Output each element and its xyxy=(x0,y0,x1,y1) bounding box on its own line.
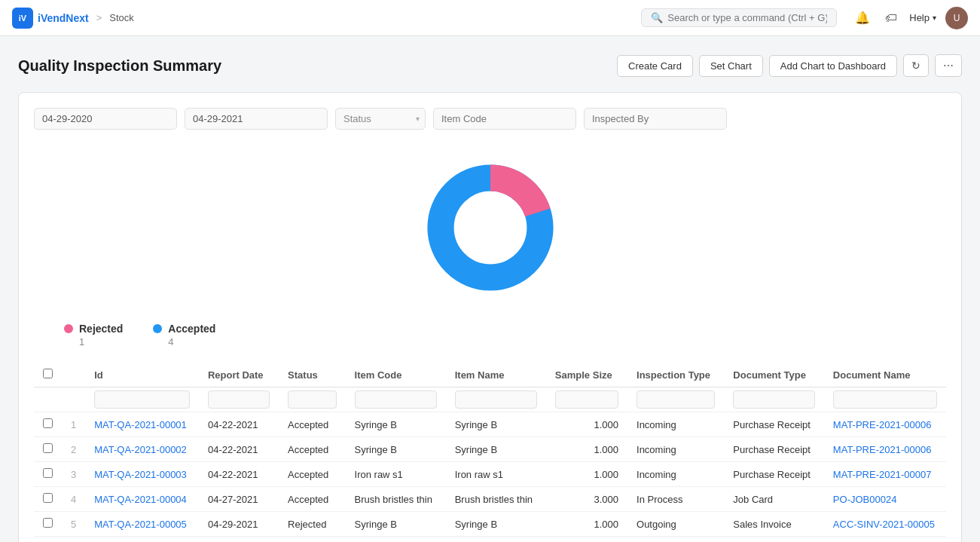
row-checkbox[interactable] xyxy=(43,443,53,453)
filter-item-code[interactable] xyxy=(355,390,437,409)
row-status: Accepted xyxy=(279,462,345,487)
row-checkbox[interactable] xyxy=(43,493,53,503)
row-checkbox[interactable] xyxy=(43,468,53,478)
row-report-date: 04-22-2021 xyxy=(199,437,279,462)
table-body: 1 MAT-QA-2021-00001 04-22-2021 Accepted … xyxy=(34,412,946,537)
row-item-name: Syringe B xyxy=(446,437,546,462)
date-from-input[interactable] xyxy=(34,108,177,130)
row-checkbox[interactable] xyxy=(43,418,53,428)
select-all-checkbox[interactable] xyxy=(43,369,53,378)
row-id[interactable]: MAT-QA-2021-00001 xyxy=(85,412,199,437)
notifications-button[interactable]: 🔔 xyxy=(852,8,873,28)
filters-row: Status Accepted Rejected ▾ xyxy=(34,108,946,130)
row-num: 5 xyxy=(62,512,85,537)
add-chart-button[interactable]: Add Chart to Dashboard xyxy=(769,55,897,77)
row-checkbox-cell xyxy=(34,437,62,462)
th-item-code[interactable]: Item Code xyxy=(346,363,446,387)
filter-item-name[interactable] xyxy=(455,390,537,409)
page-actions: Create Card Set Chart Add Chart to Dashb… xyxy=(617,54,962,77)
tags-button[interactable]: 🏷 xyxy=(882,8,900,28)
more-options-button[interactable]: ⋯ xyxy=(935,54,962,77)
row-document-name[interactable]: PO-JOB00024 xyxy=(824,487,946,512)
page: Quality Inspection Summary Create Card S… xyxy=(0,36,980,542)
filter-status[interactable] xyxy=(288,390,336,409)
refresh-button[interactable]: ↻ xyxy=(903,54,929,77)
item-code-input[interactable] xyxy=(433,108,576,130)
row-inspection-type: Incoming xyxy=(627,437,724,462)
search-icon: 🔍 xyxy=(651,12,663,23)
table-header-row: Id Report Date Status Item Code Item Nam… xyxy=(34,363,946,387)
row-report-date: 04-27-2021 xyxy=(199,487,279,512)
filter-document-type[interactable] xyxy=(733,390,815,409)
row-item-name: Brush bristles thin xyxy=(446,487,546,512)
th-document-name[interactable]: Document Name xyxy=(824,363,946,387)
row-checkbox[interactable] xyxy=(43,518,53,528)
table-row: 5 MAT-QA-2021-00005 04-29-2021 Rejected … xyxy=(34,512,946,537)
row-checkbox-cell xyxy=(34,487,62,512)
row-item-code: Brush bristles thin xyxy=(346,487,446,512)
row-document-name[interactable]: MAT-PRE-2021-00006 xyxy=(824,412,946,437)
set-chart-button[interactable]: Set Chart xyxy=(699,55,763,77)
filter-inspection-type[interactable] xyxy=(637,390,715,409)
date-to-input[interactable] xyxy=(185,108,328,130)
help-label: Help xyxy=(909,12,930,23)
row-num: 4 xyxy=(62,487,85,512)
help-button[interactable]: Help ▾ xyxy=(909,12,936,23)
filter-id[interactable] xyxy=(94,390,190,409)
row-document-name[interactable]: ACC-SINV-2021-00005 xyxy=(824,512,946,537)
status-filter[interactable]: Status Accepted Rejected xyxy=(335,108,426,130)
search-bar[interactable]: 🔍 xyxy=(641,8,837,27)
th-row-num xyxy=(62,363,85,387)
row-document-type: Purchase Receipt xyxy=(724,412,824,437)
row-sample-size: 3.000 xyxy=(546,487,627,512)
row-item-name: Syringe B xyxy=(446,512,546,537)
topnav: iV iVendNext > Stock 🔍 🔔 🏷 Help ▾ U xyxy=(0,0,980,36)
accepted-dot xyxy=(153,324,162,333)
row-sample-size: 1.000 xyxy=(546,462,627,487)
brand-logo[interactable]: iV iVendNext xyxy=(12,8,89,29)
row-id[interactable]: MAT-QA-2021-00004 xyxy=(85,487,199,512)
th-sample-size[interactable]: Sample Size xyxy=(546,363,627,387)
chevron-down-icon: ▾ xyxy=(933,14,936,22)
th-document-type[interactable]: Document Type xyxy=(724,363,824,387)
search-input[interactable] xyxy=(667,12,827,23)
table-row: 1 MAT-QA-2021-00001 04-22-2021 Accepted … xyxy=(34,412,946,437)
th-status[interactable]: Status xyxy=(279,363,345,387)
row-document-type: Job Card xyxy=(724,487,824,512)
chart-legend: Rejected 1 Accepted 4 xyxy=(34,323,215,348)
main-card: Status Accepted Rejected ▾ xyxy=(18,92,962,542)
filter-report-date[interactable] xyxy=(208,390,270,409)
logo-icon: iV xyxy=(12,8,33,29)
data-table: Id Report Date Status Item Code Item Nam… xyxy=(34,363,946,537)
row-num: 3 xyxy=(62,462,85,487)
filter-sample-size[interactable] xyxy=(555,390,618,409)
filter-document-name[interactable] xyxy=(833,390,937,409)
row-inspection-type: Outgoing xyxy=(627,512,724,537)
row-id[interactable]: MAT-QA-2021-00002 xyxy=(85,437,199,462)
row-report-date: 04-22-2021 xyxy=(199,412,279,437)
row-document-type: Purchase Receipt xyxy=(724,462,824,487)
th-checkbox xyxy=(34,363,62,387)
th-item-name[interactable]: Item Name xyxy=(446,363,546,387)
row-id[interactable]: MAT-QA-2021-00003 xyxy=(85,462,199,487)
row-sample-size: 1.000 xyxy=(546,512,627,537)
th-id[interactable]: Id xyxy=(85,363,199,387)
row-document-name[interactable]: MAT-PRE-2021-00006 xyxy=(824,437,946,462)
inspected-by-input[interactable] xyxy=(584,108,727,130)
row-document-name[interactable]: MAT-PRE-2021-00007 xyxy=(824,462,946,487)
row-id[interactable]: MAT-QA-2021-00005 xyxy=(85,512,199,537)
table-row: 4 MAT-QA-2021-00004 04-27-2021 Accepted … xyxy=(34,487,946,512)
row-sample-size: 1.000 xyxy=(546,437,627,462)
row-item-code: Syringe B xyxy=(346,412,446,437)
row-report-date: 04-22-2021 xyxy=(199,462,279,487)
row-document-type: Purchase Receipt xyxy=(724,437,824,462)
breadcrumb-page: Stock xyxy=(109,12,134,23)
th-report-date[interactable]: Report Date xyxy=(199,363,279,387)
create-card-button[interactable]: Create Card xyxy=(617,55,693,77)
row-inspection-type: Incoming xyxy=(627,462,724,487)
accepted-label: Accepted xyxy=(168,323,215,335)
table-wrap: Id Report Date Status Item Code Item Nam… xyxy=(34,363,946,537)
row-status: Accepted xyxy=(279,412,345,437)
th-inspection-type[interactable]: Inspection Type xyxy=(627,363,724,387)
avatar[interactable]: U xyxy=(945,7,968,29)
